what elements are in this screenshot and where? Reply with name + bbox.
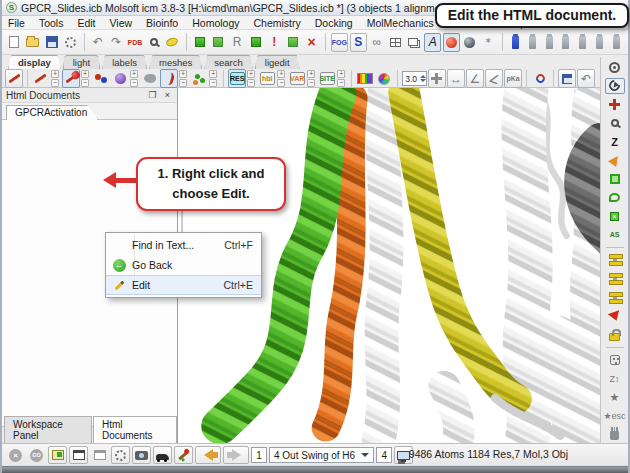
selection-radius-spinner[interactable]: 3.0 <box>402 71 427 86</box>
tab-display[interactable]: display <box>8 55 61 69</box>
restore-view-button[interactable]: ↶ <box>577 69 595 88</box>
pdb-search-button[interactable]: PDB <box>127 33 144 52</box>
redo-button[interactable]: ↷ <box>108 33 125 52</box>
effects-wand-button[interactable]: ＊ <box>480 33 497 52</box>
restrain-1-button[interactable] <box>605 252 625 269</box>
measure-expand-button[interactable] <box>428 69 446 88</box>
movie-button[interactable] <box>153 446 172 464</box>
stick-plus-minus[interactable]: +− <box>81 70 89 87</box>
cascade-windows-button[interactable] <box>406 33 423 52</box>
go-button[interactable]: GO <box>27 446 46 464</box>
wire-all-button[interactable] <box>5 69 23 88</box>
lock-button[interactable] <box>605 326 625 343</box>
display-ballstick-button[interactable] <box>92 69 110 88</box>
tab-meshes[interactable]: meshes <box>149 55 202 69</box>
previous-slide-button[interactable] <box>195 446 221 464</box>
rotate-tool-button[interactable] <box>605 78 625 95</box>
fullscreen-alt-button[interactable] <box>90 446 109 464</box>
restrain-3-button[interactable] <box>605 289 625 306</box>
menu-chemistry[interactable]: Chemistry <box>254 17 301 29</box>
disconnect-object-button[interactable] <box>285 33 302 52</box>
slide-number-field[interactable]: 1 <box>251 447 267 463</box>
display-skeleton-button[interactable] <box>190 69 208 88</box>
tab-html-documents[interactable]: Html Documents <box>93 416 177 443</box>
next-slide-button[interactable] <box>223 446 249 464</box>
menu-tools[interactable]: Tools <box>39 17 64 29</box>
label-atoms-button[interactable]: hbl <box>258 69 276 88</box>
pillar-style-3-button[interactable] <box>542 34 557 51</box>
tile-windows-button[interactable] <box>387 33 404 52</box>
grab-tool-button[interactable] <box>605 426 625 443</box>
tab-gpcractivation[interactable]: GPCRActivation <box>6 105 98 120</box>
cpk-plus-minus[interactable]: +− <box>130 70 138 87</box>
menu-homology[interactable]: Homology <box>192 17 239 29</box>
measure-distance-button[interactable]: ↔ <box>447 69 465 88</box>
new-object-button[interactable] <box>192 33 209 52</box>
panel-close-button[interactable]: × <box>162 90 173 101</box>
res-plus-minus[interactable]: +− <box>247 70 255 87</box>
panel-float-button[interactable]: ❐ <box>147 90 158 101</box>
select-lasso-button[interactable] <box>605 189 625 206</box>
favorites-esc-button[interactable]: ★esc <box>605 408 625 425</box>
save-view-button[interactable] <box>558 69 576 88</box>
select-as-button[interactable]: AS <box>605 226 625 243</box>
label-style-button[interactable]: A <box>424 33 441 52</box>
stereo-toggle-button[interactable]: S <box>350 33 367 52</box>
label-variables-button[interactable]: VAR <box>288 69 306 88</box>
pillar-style-4-button[interactable] <box>558 34 573 51</box>
pka-button[interactable]: pKa <box>504 69 522 88</box>
flat-shade-button[interactable] <box>462 33 479 52</box>
color-wheel-button[interactable] <box>375 69 393 88</box>
snapshot-button[interactable] <box>132 446 151 464</box>
favorites-button[interactable]: ★ <box>605 389 625 406</box>
zoom-tool-button[interactable] <box>605 115 625 132</box>
delete-object-button[interactable]: × <box>303 33 320 52</box>
display-stick-button[interactable] <box>62 69 80 88</box>
skeleton-plus-minus[interactable]: +− <box>209 70 217 87</box>
display-cpk-button[interactable] <box>111 69 129 88</box>
spinner-arrows-icon[interactable] <box>420 75 426 82</box>
new-document-button[interactable] <box>6 33 23 52</box>
slide-count-field[interactable]: 4 <box>376 447 392 463</box>
undo-button[interactable]: ↶ <box>89 33 106 52</box>
flashlight-button[interactable] <box>605 152 625 169</box>
open-file-button[interactable] <box>25 33 42 52</box>
measure-dihedral-button[interactable]: ∠ <box>485 69 503 88</box>
clone-object-button[interactable] <box>210 33 227 52</box>
tab-labels[interactable]: labels <box>102 55 147 69</box>
deselect-button[interactable]: × <box>605 208 625 225</box>
menu-file[interactable]: File <box>8 17 25 29</box>
smooth-shade-button[interactable] <box>443 33 460 52</box>
var-plus-minus[interactable]: +− <box>307 70 315 87</box>
rainbow-curl-button[interactable] <box>531 69 549 88</box>
wire-plus-minus[interactable]: +− <box>51 70 59 87</box>
save-file-button[interactable] <box>43 33 60 52</box>
ribbon-plus-minus[interactable]: +− <box>179 70 187 87</box>
atom-plus-minus[interactable]: +− <box>277 70 285 87</box>
menu-molmechanics[interactable]: MolMechanics <box>367 17 434 29</box>
tab-workspace-panel[interactable]: Workspace Panel <box>4 416 92 443</box>
menu-edit[interactable]: Edit <box>77 17 95 29</box>
fullscreen-button[interactable] <box>69 446 88 464</box>
menu-docking[interactable]: Docking <box>315 17 353 29</box>
find-button[interactable] <box>145 33 162 52</box>
select-box-button[interactable] <box>605 171 625 188</box>
menu-item-edit[interactable]: Edit Ctrl+E <box>106 275 261 295</box>
display-wire-button[interactable] <box>32 69 50 88</box>
fog-toggle-button[interactable]: FOG <box>331 33 348 52</box>
pillar-style-1-button[interactable] <box>508 34 523 51</box>
display-ribbon-button[interactable] <box>160 69 178 88</box>
translate-tool-button[interactable] <box>605 96 625 113</box>
pillar-style-2-button[interactable] <box>525 34 540 51</box>
display-surface-button[interactable] <box>141 69 159 88</box>
glasses-button[interactable]: ∞ <box>369 33 386 52</box>
tab-light[interactable]: light <box>63 55 100 69</box>
menu-view[interactable]: View <box>110 17 133 29</box>
color-palette-button[interactable] <box>356 69 374 88</box>
slide-show-button[interactable] <box>48 446 67 464</box>
randomize-button[interactable] <box>605 352 625 369</box>
menu-bioinfo[interactable]: Bioinfo <box>146 17 178 29</box>
label-residues-button[interactable]: RES <box>228 69 246 88</box>
label-sites-button[interactable]: SITE <box>318 69 336 88</box>
menu-item-find-in-text[interactable]: Find in Text... Ctrl+F <box>106 235 261 255</box>
